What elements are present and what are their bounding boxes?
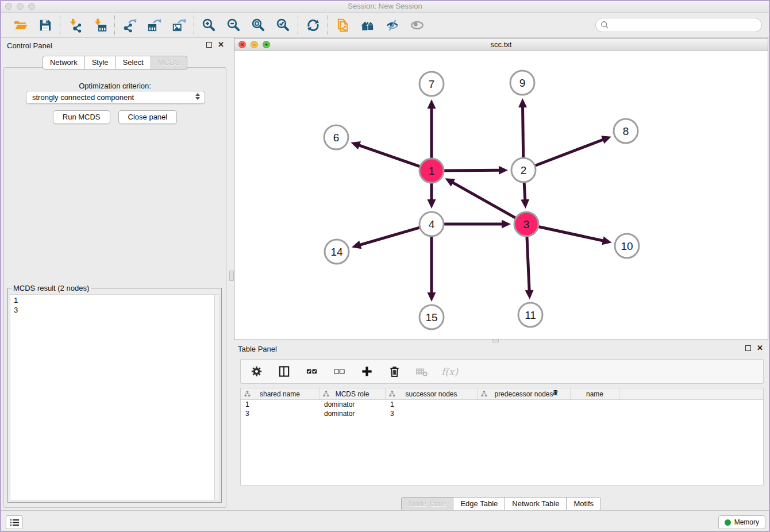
graph-node-label: 7 bbox=[429, 78, 435, 90]
graph-edge-2-8[interactable] bbox=[534, 139, 605, 166]
memory-button[interactable]: Memory bbox=[718, 515, 765, 529]
network-window-titlebar: ✕ − + scc.txt bbox=[234, 38, 768, 51]
horizontal-splitter-grip[interactable] bbox=[492, 339, 499, 342]
tab-style[interactable]: Style bbox=[84, 56, 116, 70]
tree-icon bbox=[244, 391, 251, 399]
zoom-fit-icon[interactable] bbox=[251, 17, 266, 33]
refresh-icon[interactable] bbox=[305, 17, 321, 33]
tab-network[interactable]: Network bbox=[43, 56, 85, 70]
table-cell: 1 bbox=[386, 400, 434, 409]
graph-edge-3-11[interactable] bbox=[527, 235, 529, 292]
split-columns-icon[interactable] bbox=[276, 364, 292, 379]
export-table-icon[interactable] bbox=[147, 17, 162, 33]
tree-icon bbox=[389, 391, 395, 399]
run-mcds-button[interactable]: Run MCDS bbox=[53, 110, 110, 124]
import-network-icon[interactable] bbox=[67, 17, 83, 33]
graph-edge-1-2[interactable] bbox=[442, 170, 500, 171]
graph-edge-arrowhead bbox=[499, 166, 508, 175]
network-zoom-icon[interactable]: + bbox=[263, 41, 270, 48]
float-panel-icon[interactable] bbox=[206, 42, 212, 48]
mcds-result-list[interactable]: 13 bbox=[10, 294, 214, 500]
window-minimize-icon[interactable] bbox=[17, 3, 24, 10]
eye-icon[interactable] bbox=[409, 17, 425, 33]
network-window-title: scc.txt bbox=[234, 38, 768, 51]
mcds-result-title: MCDS result (2 nodes) bbox=[11, 284, 91, 292]
export-image-icon[interactable] bbox=[171, 17, 187, 33]
open-folder-icon[interactable] bbox=[13, 17, 28, 33]
column-header-successor-nodes[interactable]: successor nodes bbox=[386, 388, 478, 399]
function-icon: f(x) bbox=[442, 364, 457, 379]
graph-edge-3-1[interactable] bbox=[452, 182, 517, 219]
control-panel: Control Panel ✕ NetworkStyleSelectMCDS O… bbox=[0, 38, 230, 510]
graph-node-label: 11 bbox=[525, 309, 536, 321]
eye-slash-icon[interactable] bbox=[384, 17, 400, 33]
table-panel-header: Table Panel ✕ bbox=[233, 341, 769, 357]
tab-network-table[interactable]: Network Table bbox=[505, 497, 567, 511]
add-column-icon[interactable] bbox=[359, 364, 375, 379]
network-minimize-icon[interactable]: − bbox=[251, 41, 258, 48]
window-close-icon[interactable] bbox=[5, 3, 12, 10]
graph-edge-3-10[interactable] bbox=[537, 226, 605, 241]
graph-edge-arrowhead bbox=[428, 199, 436, 209]
search-icon bbox=[600, 21, 609, 29]
close-panel-button[interactable]: Close panel bbox=[118, 110, 178, 124]
application-window: Session: New Session bbox=[0, 0, 770, 532]
tab-motifs[interactable]: Motifs bbox=[566, 497, 601, 511]
search-input[interactable] bbox=[595, 18, 762, 32]
main-toolbar bbox=[0, 13, 770, 38]
deselect-all-icon[interactable] bbox=[332, 364, 347, 379]
gear-icon[interactable] bbox=[249, 364, 264, 379]
import-table-icon[interactable] bbox=[92, 17, 107, 33]
control-panel-tabs: NetworkStyleSelectMCDS bbox=[0, 56, 230, 70]
network-close-icon[interactable]: ✕ bbox=[238, 41, 246, 48]
select-all-icon[interactable] bbox=[304, 364, 319, 379]
export-network-icon[interactable] bbox=[122, 17, 137, 33]
tab-edge-table[interactable]: Edge Table bbox=[453, 497, 505, 511]
vertical-splitter-grip[interactable] bbox=[229, 271, 234, 281]
table-row[interactable]: 3dominator323 bbox=[241, 409, 763, 418]
column-header-shared-name[interactable]: shared name bbox=[241, 388, 319, 399]
result-scrollbar[interactable] bbox=[214, 294, 220, 500]
column-header-MCDS-role[interactable]: MCDS role bbox=[319, 388, 386, 399]
column-header-name[interactable]: name bbox=[571, 388, 619, 399]
table-panel: Table Panel ✕ bbox=[233, 341, 769, 510]
delete-table-icon bbox=[414, 364, 430, 379]
table-cell: dominator bbox=[319, 400, 386, 409]
right-region: ✕ − + scc.txt 7968124314101511 Table Pan… bbox=[233, 38, 769, 510]
graph-edge-arrowhead bbox=[525, 290, 534, 299]
task-history-button[interactable] bbox=[6, 515, 23, 529]
main-area: Control Panel ✕ NetworkStyleSelectMCDS O… bbox=[0, 38, 770, 510]
graph-edge-2-3[interactable] bbox=[524, 181, 525, 201]
copy-network-icon[interactable] bbox=[335, 17, 351, 33]
mcds-result-box: MCDS result (2 nodes) 13 bbox=[7, 284, 222, 503]
trash-icon[interactable] bbox=[387, 364, 402, 379]
window-zoom-icon[interactable] bbox=[28, 3, 35, 10]
graph-node-label: 14 bbox=[330, 246, 343, 258]
save-icon[interactable] bbox=[37, 17, 53, 33]
float-table-panel-icon[interactable] bbox=[745, 345, 751, 351]
graph-edge-4-14[interactable] bbox=[359, 227, 421, 245]
close-panel-icon[interactable]: ✕ bbox=[218, 42, 224, 48]
zoom-selected-icon[interactable] bbox=[275, 17, 291, 33]
close-table-panel-icon[interactable]: ✕ bbox=[757, 345, 763, 351]
graph-edge-arrowhead bbox=[351, 141, 361, 149]
network-canvas[interactable]: 7968124314101511 bbox=[234, 51, 768, 340]
window-title: Session: New Session bbox=[0, 0, 770, 13]
graph-edge-arrowhead bbox=[502, 220, 511, 229]
tab-select[interactable]: Select bbox=[116, 56, 151, 70]
zoom-out-icon[interactable] bbox=[226, 17, 241, 33]
graph-edge-2-9[interactable] bbox=[523, 106, 523, 159]
network-window: ✕ − + scc.txt 7968124314101511 bbox=[234, 38, 768, 340]
list-icon bbox=[10, 518, 20, 527]
tab-node-table[interactable]: Node Table bbox=[401, 497, 454, 511]
tab-mcds[interactable]: MCDS bbox=[151, 56, 187, 70]
graph-node-label: 3 bbox=[523, 218, 530, 230]
houses-icon[interactable] bbox=[360, 17, 375, 33]
zoom-in-icon[interactable] bbox=[201, 17, 217, 33]
graph-edge-1-6[interactable] bbox=[358, 145, 421, 167]
select-stepper-icon bbox=[195, 93, 200, 100]
criterion-select[interactable]: strongly connected component bbox=[26, 91, 205, 104]
criterion-value: strongly connected component bbox=[32, 93, 134, 102]
table-cell: 1 bbox=[241, 400, 319, 409]
graph-node-label: 8 bbox=[623, 125, 629, 137]
